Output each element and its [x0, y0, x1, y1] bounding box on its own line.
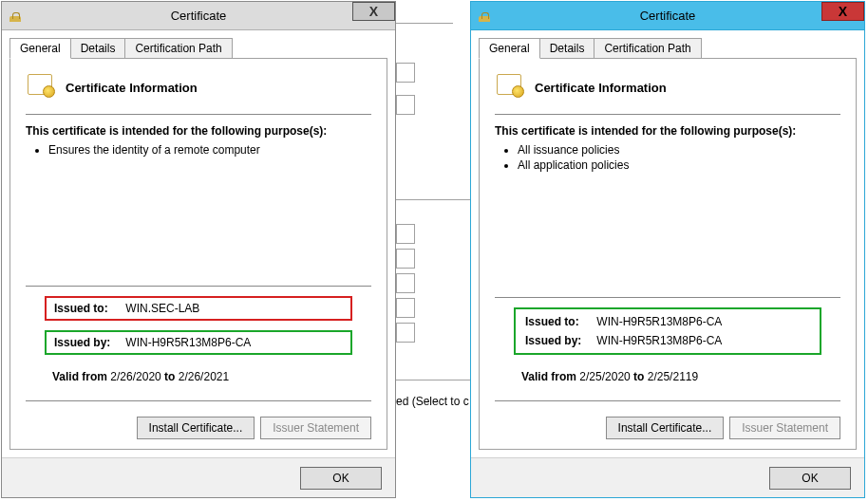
tab-panel-general: Certificate Information This certificate… — [479, 58, 857, 450]
certificate-window-left: Certificate X General Details Certificat… — [1, 1, 396, 498]
purpose-item: All application policies — [518, 158, 840, 172]
certificate-badge-icon — [495, 72, 525, 102]
tab-certification-path[interactable]: Certification Path — [594, 38, 701, 58]
certificate-icon — [477, 9, 492, 24]
titlebar[interactable]: Certificate X — [471, 2, 864, 30]
window-title: Certificate — [471, 9, 864, 23]
panel-button-row: Install Certificate... Issuer Statement — [495, 417, 840, 439]
close-button[interactable]: X — [352, 2, 395, 21]
certificate-info-heading: Certificate Information — [66, 81, 198, 95]
window-body: General Details Certification Path Certi… — [471, 30, 864, 457]
purpose-item: Ensures the identity of a remote compute… — [48, 143, 371, 157]
window-title: Certificate — [2, 9, 395, 23]
purpose-heading: This certificate is intended for the fol… — [26, 124, 371, 138]
divider — [495, 400, 840, 401]
titlebar[interactable]: Certificate X — [2, 2, 395, 30]
issued-highlight-group: Issued to: WIN-H9R5R13M8P6-CA Issued by:… — [514, 307, 821, 355]
install-certificate-button[interactable]: Install Certificate... — [137, 417, 255, 439]
tab-general[interactable]: General — [479, 38, 540, 59]
valid-from-value: 2/26/2020 — [110, 370, 160, 383]
issued-by-row: Issued by: WIN-H9R5R13M8P6-CA — [523, 332, 812, 349]
window-footer: OK — [471, 457, 864, 497]
background-partial-text: ed (Select to c — [396, 395, 469, 408]
window-body: General Details Certification Path Certi… — [2, 30, 395, 457]
panel-button-row: Install Certificate... Issuer Statement — [26, 417, 371, 439]
tab-details[interactable]: Details — [539, 38, 595, 58]
issued-to-label: Issued to: — [525, 315, 594, 328]
divider — [26, 114, 371, 115]
tab-panel-general: Certificate Information This certificate… — [9, 58, 387, 450]
issued-by-label: Issued by: — [54, 336, 123, 349]
issued-by-label: Issued by: — [525, 334, 594, 347]
issued-to-label: Issued to: — [54, 302, 123, 315]
issued-by-value: WIN-H9R5R13M8P6-CA — [125, 336, 251, 349]
issued-to-value: WIN-H9R5R13M8P6-CA — [596, 315, 722, 328]
certificate-icon — [8, 9, 23, 24]
issuer-statement-button: Issuer Statement — [729, 417, 840, 439]
ok-button[interactable]: OK — [769, 467, 851, 490]
tabstrip: General Details Certification Path — [479, 38, 857, 58]
valid-from-label: Valid from — [52, 370, 107, 383]
purpose-heading: This certificate is intended for the fol… — [495, 124, 840, 138]
divider — [495, 114, 840, 115]
purpose-list: All issuance policies All application po… — [518, 143, 840, 174]
issued-to-row: Issued to: WIN-H9R5R13M8P6-CA — [523, 313, 812, 330]
ok-button[interactable]: OK — [300, 467, 382, 490]
valid-from-value: 2/25/2020 — [579, 370, 630, 383]
close-button[interactable]: X — [821, 2, 864, 21]
divider — [26, 286, 371, 287]
purpose-item: All issuance policies — [518, 143, 840, 157]
divider — [495, 297, 840, 298]
issued-to-value: WIN.SEC-LAB — [125, 302, 199, 315]
issued-by-value: WIN-H9R5R13M8P6-CA — [596, 334, 722, 347]
valid-from-label: Valid from — [521, 370, 576, 383]
tab-general[interactable]: General — [9, 38, 71, 59]
certificate-badge-icon — [26, 72, 56, 102]
issuer-statement-button: Issuer Statement — [260, 417, 371, 439]
valid-to-label: to — [164, 370, 175, 383]
window-footer: OK — [2, 457, 395, 497]
tab-details[interactable]: Details — [70, 38, 126, 58]
validity-row: Valid from 2/25/2020 to 2/25/2119 — [521, 370, 821, 383]
install-certificate-button[interactable]: Install Certificate... — [606, 417, 725, 439]
divider — [26, 400, 371, 401]
issued-to-row: Issued to: WIN.SEC-LAB — [45, 296, 352, 321]
issued-by-row: Issued by: WIN-H9R5R13M8P6-CA — [45, 330, 352, 355]
certificate-window-right: Certificate X General Details Certificat… — [470, 1, 865, 498]
certificate-info-heading: Certificate Information — [535, 81, 667, 95]
valid-to-label: to — [633, 370, 644, 383]
valid-to-value: 2/25/2119 — [648, 370, 698, 383]
validity-row: Valid from 2/26/2020 to 2/26/2021 — [52, 370, 352, 383]
tab-certification-path[interactable]: Certification Path — [124, 38, 232, 58]
tabstrip: General Details Certification Path — [9, 38, 387, 58]
purpose-list: Ensures the identity of a remote compute… — [48, 143, 371, 158]
valid-to-value: 2/26/2021 — [179, 370, 229, 383]
